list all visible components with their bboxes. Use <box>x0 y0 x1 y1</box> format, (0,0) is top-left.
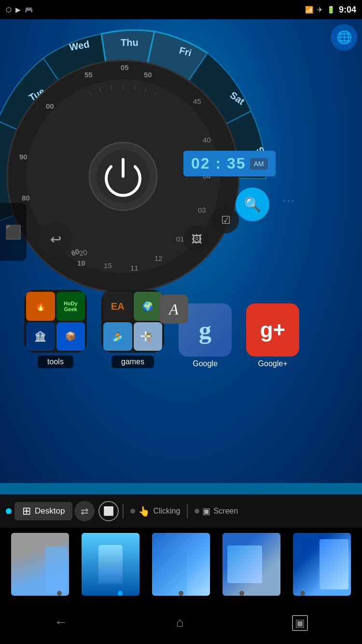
tools-cell-4: 📦 <box>56 322 85 351</box>
svg-text:80: 80 <box>22 194 30 202</box>
status-bar: ⬡ ▶ 🎮 📶 ✈ 🔋 9:04 <box>0 0 362 19</box>
screen-label: Screen <box>213 507 238 515</box>
cursor-icon: ⬡ <box>6 6 12 14</box>
back-button[interactable]: ← <box>40 610 82 635</box>
tools-folder[interactable]: 🔥 HoDyGeek 🏦 📦 tools <box>24 290 87 368</box>
globe-icon: 🌐 <box>336 30 352 45</box>
screen-icon: ⬜ <box>103 506 114 516</box>
status-time: 9:04 <box>339 5 356 15</box>
nav-bar: ← ⌂ ▣ <box>0 601 362 644</box>
home-button[interactable]: ⌂ <box>162 610 198 635</box>
move-icon: ✛ <box>140 329 151 344</box>
tab-clicking[interactable]: 👆 Clicking <box>125 502 185 520</box>
games-cell-2: 🌍 <box>134 292 163 321</box>
svg-text:Thu: Thu <box>121 37 139 48</box>
google-label: Google <box>193 359 218 368</box>
wallpaper-5[interactable] <box>293 533 351 596</box>
font-button[interactable]: A <box>159 295 188 324</box>
svg-text:40: 40 <box>203 136 211 144</box>
shuffle-icon: ⇄ <box>81 505 89 517</box>
tools-label: tools <box>38 356 73 368</box>
tools-cell-3: 🏦 <box>26 322 55 351</box>
checklist-button[interactable]: ☑ <box>212 207 239 233</box>
wallpaper-3[interactable] <box>152 533 210 596</box>
svg-text:90: 90 <box>19 153 28 161</box>
svg-text:00: 00 <box>46 102 54 110</box>
tab-screen[interactable]: ▣ Screen <box>190 503 243 519</box>
google-plus-label: Google+ <box>258 359 288 368</box>
ampm-indicator: AM <box>250 158 268 170</box>
dot-clicking <box>130 509 135 514</box>
ellipsis-icon: ··· <box>283 193 295 206</box>
search-button[interactable]: 🔍 <box>236 187 269 221</box>
wp-dot-1 <box>57 591 62 596</box>
globe-button[interactable]: 🌐 <box>331 24 357 51</box>
gallery-button[interactable]: 🖼 <box>183 226 210 253</box>
hand-icon: 👆 <box>138 505 150 517</box>
svg-text:20: 20 <box>79 248 88 258</box>
wifi-icon: 📶 <box>305 6 313 14</box>
clicking-label: Clicking <box>153 507 180 515</box>
airplane-icon: ✈ <box>317 6 323 14</box>
wp-dot-3 <box>179 591 183 596</box>
tab-separator-2 <box>187 504 188 518</box>
screen-tab-icon: ▣ <box>202 506 210 516</box>
status-icons-right: 📶 ✈ 🔋 9:04 <box>305 5 356 15</box>
tab-separator-1 <box>123 504 124 518</box>
box-icon: ⬛ <box>5 224 22 240</box>
recent-icon: ▣ <box>292 615 308 631</box>
wallpaper-row <box>0 528 362 601</box>
svg-text:45: 45 <box>193 97 201 105</box>
left-sidebar-panel[interactable]: ⬛ <box>0 203 27 261</box>
undo-icon: ↩ <box>50 231 61 247</box>
wp-dot-5 <box>300 591 305 596</box>
wp-dot-2 <box>118 591 123 596</box>
wallpaper-dots <box>0 591 362 596</box>
bottom-tab-bar: ⊞ Desktop ⇄ ⬜ 👆 Clicking ▣ Screen <box>0 494 362 528</box>
games-folder-icon[interactable]: EA 🌍 🏄 🌴 <box>101 290 164 353</box>
games-label: games <box>111 356 154 368</box>
tab-desktop[interactable]: ⊞ Desktop <box>14 502 72 520</box>
tools-cell-2: HoDyGeek <box>56 292 85 321</box>
wp-dot-4 <box>239 591 244 596</box>
time-text: 02 : 35 <box>191 155 246 172</box>
svg-text:03: 03 <box>198 206 206 214</box>
photo-icon: 🖼 <box>192 233 202 246</box>
svg-text:12: 12 <box>154 254 163 262</box>
back-round-button[interactable]: ↩ <box>39 222 72 256</box>
more-options-button[interactable]: ··· <box>283 193 295 207</box>
svg-text:10: 10 <box>77 259 85 267</box>
tools-folder-icon[interactable]: 🔥 HoDyGeek 🏦 📦 <box>24 290 87 353</box>
svg-text:55: 55 <box>84 71 93 79</box>
status-icons-left: ⬡ ▶ 🎮 <box>6 6 33 14</box>
check-icon: ☑ <box>221 214 231 227</box>
games-cell-3: 🏄 <box>103 322 132 351</box>
active-dot <box>6 508 12 514</box>
svg-text:50: 50 <box>144 71 152 79</box>
shuffle-button[interactable]: ⇄ <box>74 501 95 521</box>
dot-screen <box>195 509 199 514</box>
time-display: 02 : 35 AM <box>183 151 276 176</box>
desktop-label: Desktop <box>35 506 65 516</box>
clock-widget[interactable]: Mon Tue Wed Thu Fri Sat Sun 50 05 55 00 … <box>0 19 280 333</box>
wallpaper-4[interactable] <box>223 533 280 596</box>
svg-text:15: 15 <box>104 261 112 270</box>
wallpaper-1[interactable] <box>11 533 69 596</box>
game-icon: 🎮 <box>25 6 33 14</box>
svg-text:11: 11 <box>130 264 139 272</box>
home-icon: ⌂ <box>176 615 184 630</box>
screen-button[interactable]: ⬜ <box>98 501 119 521</box>
games-cell-1: EA <box>103 292 132 321</box>
desktop-icon: ⊞ <box>22 505 31 517</box>
back-icon: ← <box>54 615 68 630</box>
play-icon: ▶ <box>15 6 21 14</box>
google-plus-app[interactable]: g+ Google+ <box>246 303 299 368</box>
search-icon: 🔍 <box>244 197 261 213</box>
wallpaper-2[interactable] <box>82 533 139 596</box>
svg-text:05: 05 <box>121 63 129 72</box>
games-folder[interactable]: EA 🌍 🏄 🌴 games <box>101 290 164 368</box>
recent-apps-button[interactable]: ▣ <box>278 610 322 635</box>
google-plus-icon[interactable]: g+ <box>246 303 299 357</box>
tools-cell-1: 🔥 <box>26 292 55 321</box>
battery-icon: 🔋 <box>327 6 335 14</box>
